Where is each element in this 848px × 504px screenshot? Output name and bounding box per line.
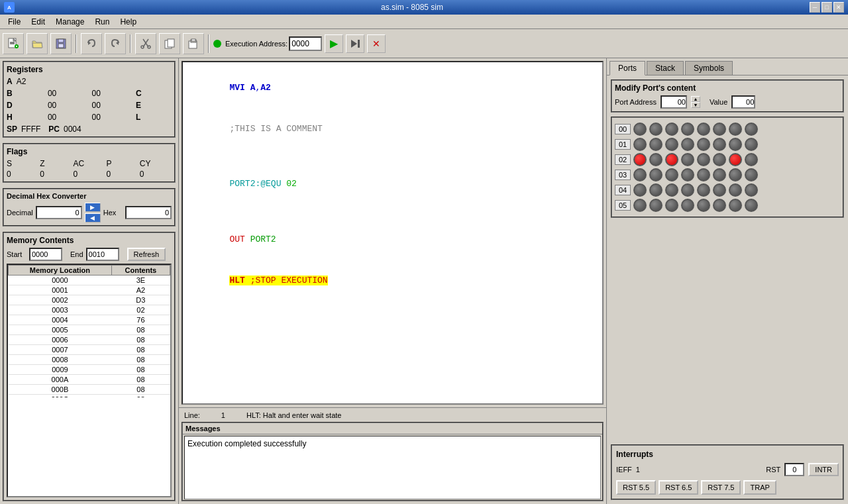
tab-ports[interactable]: Ports <box>610 61 645 76</box>
led-bit-5[interactable] <box>713 168 726 181</box>
refresh-button[interactable]: Refresh <box>127 248 166 261</box>
paste-button[interactable] <box>183 33 204 54</box>
redo-button[interactable] <box>105 33 126 54</box>
new-button[interactable] <box>3 33 24 54</box>
rst75-button[interactable]: RST 7.5 <box>701 480 741 495</box>
start-input[interactable] <box>29 248 62 261</box>
menu-manage[interactable]: Manage <box>50 16 89 28</box>
trap-button[interactable]: TRAP <box>743 480 776 495</box>
led-bit-5[interactable] <box>713 199 726 212</box>
led-bit-6[interactable] <box>729 168 742 181</box>
reg-sp-value: FFFF <box>21 125 40 134</box>
execution-address-input[interactable] <box>289 36 322 51</box>
menu-bar: File Edit Manage Run Help <box>0 15 848 29</box>
led-bit-3[interactable] <box>681 153 694 166</box>
led-bit-0[interactable] <box>633 153 647 166</box>
port-address-input[interactable] <box>661 95 687 109</box>
hex-label: Hex <box>103 209 123 217</box>
led-bit-7[interactable] <box>745 183 758 197</box>
step-button[interactable] <box>346 34 364 53</box>
led-bit-5[interactable] <box>713 123 726 136</box>
led-bit-3[interactable] <box>681 123 694 136</box>
led-bit-0[interactable] <box>633 138 647 151</box>
led-bit-0[interactable] <box>633 123 647 136</box>
menu-file[interactable]: File <box>3 16 26 28</box>
led-bit-2[interactable] <box>665 153 678 166</box>
led-bit-2[interactable] <box>665 168 678 181</box>
led-bit-3[interactable] <box>681 183 694 197</box>
led-bit-2[interactable] <box>665 123 678 136</box>
port-value-input[interactable] <box>731 95 755 109</box>
intr-button[interactable]: INTR <box>808 463 839 476</box>
minimize-button[interactable]: ─ <box>810 2 820 13</box>
led-bit-2[interactable] <box>665 138 678 151</box>
led-bit-6[interactable] <box>729 138 742 151</box>
memory-location: 000A <box>9 375 112 385</box>
decimal-input[interactable] <box>36 206 82 219</box>
copy-button[interactable] <box>159 33 180 54</box>
led-bit-0[interactable] <box>633 168 647 181</box>
stop-button[interactable]: ✕ <box>367 34 386 53</box>
led-bit-7[interactable] <box>745 138 758 151</box>
led-bit-6[interactable] <box>729 199 742 212</box>
save-button[interactable] <box>50 33 72 54</box>
maximize-button[interactable]: □ <box>822 2 832 13</box>
menu-edit[interactable]: Edit <box>26 16 50 28</box>
led-bit-5[interactable] <box>713 183 726 197</box>
led-bit-5[interactable] <box>713 153 726 166</box>
led-bit-3[interactable] <box>681 168 694 181</box>
cut-button[interactable] <box>135 33 156 54</box>
rst55-button[interactable]: RST 5.5 <box>616 480 656 495</box>
led-bit-2[interactable] <box>665 199 678 212</box>
led-bit-4[interactable] <box>697 153 710 166</box>
rst-input[interactable] <box>784 463 804 476</box>
close-button[interactable]: ✕ <box>833 2 844 13</box>
rst65-button[interactable]: RST 6.5 <box>659 480 698 495</box>
led-bit-1[interactable] <box>649 183 662 197</box>
hex-input[interactable] <box>125 206 172 219</box>
led-bit-5[interactable] <box>713 138 726 151</box>
led-bit-1[interactable] <box>649 138 662 151</box>
menu-help[interactable]: Help <box>115 16 142 28</box>
memory-location: 0000 <box>9 276 112 285</box>
led-bit-3[interactable] <box>681 199 694 212</box>
flag-cy-value: 0 <box>140 170 172 179</box>
led-bit-4[interactable] <box>697 199 710 212</box>
led-bit-1[interactable] <box>649 123 662 136</box>
to-hex-button[interactable]: ▶ <box>85 203 101 212</box>
led-bit-7[interactable] <box>745 199 758 212</box>
to-decimal-button[interactable]: ◀ <box>85 213 101 223</box>
led-bit-4[interactable] <box>697 123 710 136</box>
led-bit-4[interactable] <box>697 183 710 197</box>
led-bit-4[interactable] <box>697 168 710 181</box>
led-bit-4[interactable] <box>697 138 710 151</box>
open-button[interactable] <box>26 33 48 54</box>
led-bit-1[interactable] <box>649 168 662 181</box>
led-bit-1[interactable] <box>649 153 662 166</box>
memory-table-container: Memory Location Contents 00003E0001A2000… <box>7 264 172 497</box>
led-bit-6[interactable] <box>729 153 742 166</box>
tab-stack[interactable]: Stack <box>647 61 684 75</box>
port-addr-down[interactable]: ▼ <box>691 102 700 108</box>
led-bit-0[interactable] <box>633 183 647 197</box>
memory-scroll[interactable]: Memory Location Contents 00003E0001A2000… <box>8 265 170 397</box>
port-number: 02 <box>615 154 631 165</box>
led-bit-7[interactable] <box>745 123 758 136</box>
run-button[interactable]: ▶ <box>325 34 343 53</box>
led-bit-6[interactable] <box>729 183 742 197</box>
led-bit-2[interactable] <box>665 183 678 197</box>
led-bit-6[interactable] <box>729 123 742 136</box>
led-bit-0[interactable] <box>633 199 647 212</box>
port-addr-up[interactable]: ▲ <box>691 96 700 102</box>
led-bit-1[interactable] <box>649 199 662 212</box>
led-bit-3[interactable] <box>681 138 694 151</box>
memory-location: 0002 <box>9 295 112 305</box>
menu-run[interactable]: Run <box>89 16 115 28</box>
tab-symbols[interactable]: Symbols <box>685 61 733 75</box>
led-bit-7[interactable] <box>745 153 758 166</box>
undo-button[interactable] <box>81 33 102 54</box>
stop-icon: ✕ <box>372 38 380 49</box>
end-input[interactable] <box>86 248 119 261</box>
led-bit-7[interactable] <box>745 168 758 181</box>
code-editor[interactable]: MVI A,A2 ;THIS IS A COMMENT PORT2:@EQU 0… <box>182 61 604 405</box>
